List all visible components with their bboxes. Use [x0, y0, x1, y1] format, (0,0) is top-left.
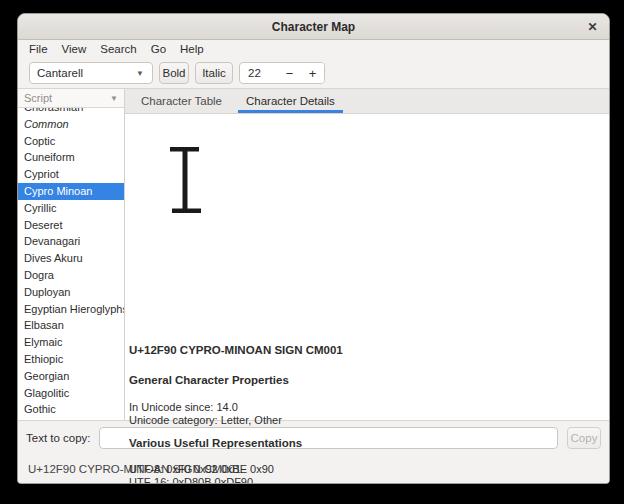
script-item-deseret[interactable]: Deseret	[18, 217, 124, 234]
text-to-copy-label: Text to copy:	[26, 432, 91, 444]
codepoint-heading: U+12F90 CYPRO-MINOAN SIGN CM001	[129, 344, 343, 356]
bold-button[interactable]: Bold	[159, 62, 189, 84]
unicode-since: In Unicode since: 14.0	[129, 401, 238, 413]
script-item-cuneiform[interactable]: Cuneiform	[18, 149, 124, 166]
script-item-grantha[interactable]: Grantha	[18, 418, 124, 420]
unicode-category: Unicode category: Letter, Other	[129, 414, 282, 426]
script-list-items: Chorasmian Common Coptic Cuneiform Cypri…	[18, 108, 124, 420]
font-family-value: Cantarell	[30, 67, 128, 79]
utf8-value: UTF-8: 0xF0 0x92 0xBE 0x90	[129, 463, 274, 475]
script-item-egyptian-hieroglyphs[interactable]: Egyptian Hieroglyphs	[18, 301, 124, 318]
script-item-elymaic[interactable]: Elymaic	[18, 334, 124, 351]
character-details-pane: U+12F90 CYPRO-MINOAN SIGN CM001 General …	[125, 114, 609, 420]
script-item-cypriot[interactable]: Cypriot	[18, 166, 124, 183]
font-family-combobox[interactable]: Cantarell ▼	[29, 62, 153, 84]
script-item-dives-akuru[interactable]: Dives Akuru	[18, 250, 124, 267]
script-item-cypro-minoan[interactable]: Cypro Minoan	[18, 183, 124, 200]
close-icon[interactable]: ✕	[583, 17, 602, 36]
font-size-value[interactable]: 22	[240, 63, 278, 83]
utf16-value: UTF-16: 0xD80B 0xDF90	[129, 476, 253, 484]
character-glyph-cm001	[169, 147, 201, 215]
script-item-chorasmian[interactable]: Chorasmian	[18, 108, 124, 116]
main-area: Script ▼ Chorasmian Common Coptic Cuneif…	[18, 89, 609, 420]
menu-file[interactable]: File	[22, 42, 55, 56]
script-column-header[interactable]: Script ▼	[18, 89, 124, 108]
script-item-coptic[interactable]: Coptic	[18, 133, 124, 150]
script-item-glagolitic[interactable]: Glagolitic	[18, 385, 124, 402]
character-map-window: Character Map ✕ File View Search Go Help…	[17, 13, 610, 484]
representations-title: Various Useful Representations	[129, 437, 302, 449]
increase-font-size-button[interactable]: +	[301, 63, 324, 83]
menu-help[interactable]: Help	[173, 42, 211, 56]
font-size-stepper: 22 − +	[239, 62, 325, 84]
script-item-common[interactable]: Common	[18, 116, 124, 133]
script-list[interactable]: Chorasmian Common Coptic Cuneiform Cypri…	[18, 108, 124, 420]
tab-bar: Character Table Character Details	[125, 89, 609, 114]
titlebar[interactable]: Character Map ✕	[18, 14, 609, 40]
script-list-panel: Script ▼ Chorasmian Common Coptic Cuneif…	[18, 89, 125, 420]
tab-character-details[interactable]: Character Details	[234, 89, 347, 113]
menubar: File View Search Go Help	[18, 40, 609, 58]
menu-go[interactable]: Go	[144, 42, 173, 56]
decrease-font-size-button[interactable]: −	[278, 63, 301, 83]
statusbar: U+12F90 CYPRO-MINOAN SIGN CM001	[18, 455, 609, 483]
script-item-devanagari[interactable]: Devanagari	[18, 233, 124, 250]
script-item-georgian[interactable]: Georgian	[18, 368, 124, 385]
window-title: Character Map	[272, 20, 355, 34]
script-header-label: Script	[24, 92, 110, 104]
script-item-duployan[interactable]: Duployan	[18, 284, 124, 301]
menu-view[interactable]: View	[55, 42, 94, 56]
toolbar: Cantarell ▼ Bold Italic 22 − +	[18, 58, 609, 89]
chevron-down-icon: ▼	[128, 69, 152, 78]
script-item-gothic[interactable]: Gothic	[18, 401, 124, 418]
menu-search[interactable]: Search	[93, 42, 143, 56]
italic-button[interactable]: Italic	[195, 62, 233, 84]
script-item-cyrillic[interactable]: Cyrillic	[18, 200, 124, 217]
copy-bar: Text to copy: Copy	[18, 420, 609, 455]
copy-button[interactable]: Copy	[567, 427, 601, 449]
sort-arrow-icon: ▼	[110, 94, 118, 103]
script-item-ethiopic[interactable]: Ethiopic	[18, 351, 124, 368]
script-item-elbasan[interactable]: Elbasan	[18, 317, 124, 334]
notebook: Character Table Character Details U+12F9…	[125, 89, 609, 420]
general-properties-title: General Character Properties	[129, 374, 289, 386]
script-item-dogra[interactable]: Dogra	[18, 267, 124, 284]
tab-character-table[interactable]: Character Table	[129, 89, 234, 113]
